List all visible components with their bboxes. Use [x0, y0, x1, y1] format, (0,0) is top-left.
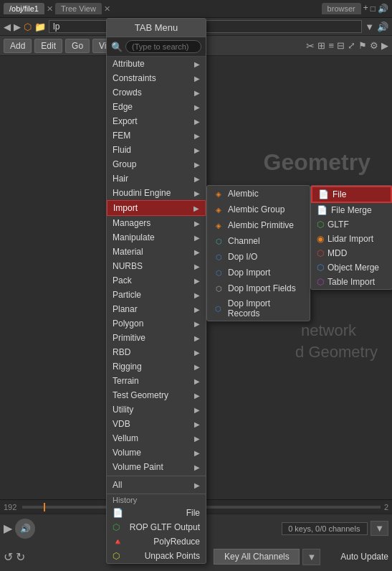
tab-file1[interactable]: /obj/file1 [4, 3, 44, 14]
submenu-file[interactable]: 📄 File [311, 186, 392, 203]
flag-icon[interactable]: ⚑ [358, 40, 367, 51]
menu-item-fem[interactable]: FEM ▶ [107, 128, 206, 143]
submenu-alembic-group[interactable]: ◈ Alembic Group [207, 202, 310, 217]
tab-close[interactable]: ✕ [47, 4, 53, 14]
key-all-channels-button[interactable]: Key All Channels [214, 549, 300, 565]
submenu-dop-import-records[interactable]: ⬡ Dop Import Records [207, 296, 310, 321]
search-input[interactable] [125, 40, 201, 53]
network-label: network [301, 321, 356, 340]
dropdown-arrow-icon[interactable]: ▼ [365, 22, 374, 32]
grid-icon[interactable]: ⊞ [317, 40, 325, 51]
menu-item-edge[interactable]: Edge ▶ [107, 100, 206, 114]
history-rop-gltf[interactable]: ⬡ ROP GLTF Output [107, 520, 206, 534]
menu-item-managers[interactable]: Managers ▶ [107, 216, 206, 230]
play-icon[interactable]: ▶ [4, 522, 12, 535]
submenu-lidar[interactable]: ◉ Lidar Import [311, 232, 392, 246]
submenu-file-merge[interactable]: 📄 File Merge [311, 203, 392, 217]
menu-item-import[interactable]: Import ▶ [107, 200, 206, 216]
forward-btn[interactable]: ▶ [14, 22, 21, 32]
table-icon[interactable]: ⊟ [337, 40, 345, 51]
mdd-icon: ⬡ [317, 248, 324, 258]
menu-item-polygon[interactable]: Polygon ▶ [107, 316, 206, 331]
keys-dropdown[interactable]: ▼ [371, 521, 388, 536]
alembic-icon: ◈ [213, 188, 224, 199]
arrow-icon: ▶ [194, 234, 200, 242]
menu-item-planar[interactable]: Planar ▶ [107, 302, 206, 316]
menu-item-export[interactable]: Export ▶ [107, 114, 206, 128]
history-file[interactable]: 📄 File [107, 506, 206, 520]
file-icon: 📁 [34, 22, 46, 32]
menu-item-particle[interactable]: Particle ▶ [107, 288, 206, 302]
gltf-icon: ⬡ [317, 220, 324, 230]
edit-menu[interactable]: Edit [34, 39, 62, 53]
cut-icon[interactable]: ✂ [306, 40, 315, 52]
arrow-icon: ▶ [194, 363, 200, 371]
menu-item-volume-paint[interactable]: Volume Paint ▶ [107, 460, 206, 474]
menu-item-fluid[interactable]: Fluid ▶ [107, 143, 206, 157]
menu-item-rbd[interactable]: RBD ▶ [107, 345, 206, 359]
submenu-alembic[interactable]: ◈ Alembic [207, 186, 310, 202]
menu-item-manipulate[interactable]: Manipulate ▶ [107, 230, 206, 245]
expand-icon[interactable]: ⤢ [348, 40, 355, 51]
menu-item-constraints[interactable]: Constraints ▶ [107, 71, 206, 85]
submenu-dop-io[interactable]: ⬡ Dop I/O [207, 249, 310, 265]
menu-item-nurbs[interactable]: NURBS ▶ [107, 259, 206, 273]
submenu-table-import[interactable]: ⬡ Table Import [311, 275, 392, 289]
more-icon[interactable]: ▶ [381, 40, 388, 51]
arrow-icon: ▶ [194, 103, 200, 111]
arrow-icon: ▶ [194, 435, 200, 443]
submenu-gltf[interactable]: ⬡ GLTF [311, 217, 392, 232]
menu-item-vellum[interactable]: Vellum ▶ [107, 431, 206, 445]
menu-item-attribute[interactable]: Attribute ▶ [107, 57, 206, 71]
alembic-group-icon: ◈ [213, 204, 224, 215]
browser-tab[interactable]: browser [322, 3, 361, 14]
add-menu[interactable]: Add [4, 39, 32, 53]
tab-close2[interactable]: ✕ [104, 4, 110, 14]
menu-item-hair[interactable]: Hair ▶ [107, 171, 206, 186]
submenu-dop-import-fields[interactable]: ⬡ Dop Import Fields [207, 280, 310, 296]
tab-menu: TAB Menu 🔍 Attribute ▶ Constraints ▶ Cro… [106, 18, 206, 564]
menu-item-all[interactable]: All ▶ [107, 478, 206, 492]
menu-item-crowds[interactable]: Crowds ▶ [107, 85, 206, 100]
list-icon[interactable]: ≡ [328, 40, 334, 51]
submenu-mdd[interactable]: ⬡ MDD [311, 246, 392, 260]
submenu-object-merge[interactable]: ⬡ Object Merge [311, 260, 392, 275]
submenu-channel[interactable]: ⬡ Channel [207, 233, 310, 249]
refresh-icon[interactable]: ↻ [16, 550, 25, 564]
keys-display: 0 keys, 0/0 channels [282, 522, 368, 535]
menu-item-terrain[interactable]: Terrain ▶ [107, 374, 206, 388]
arrow-icon: ▶ [194, 481, 200, 489]
submenu-dop-import[interactable]: ⬡ Dop Import [207, 265, 310, 280]
menu-item-material[interactable]: Material ▶ [107, 245, 206, 259]
tab-treeview[interactable]: Tree View [55, 3, 102, 14]
back-btn[interactable]: ◀ [4, 22, 11, 32]
menu-item-houdini-engine[interactable]: Houdini Engine ▶ [107, 186, 206, 200]
menu-item-pack[interactable]: Pack ▶ [107, 273, 206, 288]
menu-item-test-geometry[interactable]: Test Geometry ▶ [107, 388, 206, 402]
go-menu[interactable]: Go [65, 39, 90, 53]
arrow-icon: ▶ [194, 306, 200, 313]
history-polyreduce[interactable]: 🔺 PolyReduce [107, 534, 206, 549]
menu-item-vdb[interactable]: VDB ▶ [107, 417, 206, 431]
dop-records-icon: ⬡ [213, 303, 224, 314]
replay-icon[interactable]: ↺ [4, 550, 13, 564]
menu-item-group[interactable]: Group ▶ [107, 157, 206, 171]
geometry-label: Geometry [264, 149, 371, 176]
menu-item-volume[interactable]: Volume ▶ [107, 445, 206, 460]
menu-item-rigging[interactable]: Rigging ▶ [107, 359, 206, 374]
history-unpack-points[interactable]: ⬡ Unpack Points [107, 549, 206, 563]
menu-item-primitive[interactable]: Primitive ▶ [107, 331, 206, 345]
arrow-icon: ▶ [194, 291, 200, 299]
settings-icon[interactable]: ⚙ [370, 40, 378, 51]
window-btn[interactable]: □ [371, 4, 376, 14]
arrow-icon: ▶ [194, 320, 200, 328]
menu-item-utility[interactable]: Utility ▶ [107, 402, 206, 417]
search-icon: 🔍 [111, 42, 123, 52]
polyreduce-icon: 🔺 [113, 537, 123, 547]
auto-update-label: Auto Update [340, 552, 388, 562]
table-import-icon: ⬡ [317, 277, 324, 287]
add-tab[interactable]: + [363, 3, 368, 14]
submenu-alembic-primitive[interactable]: ◈ Alembic Primitive [207, 217, 310, 233]
key-all-dropdown[interactable]: ▼ [302, 549, 320, 565]
arrow-icon: ▶ [194, 189, 200, 197]
